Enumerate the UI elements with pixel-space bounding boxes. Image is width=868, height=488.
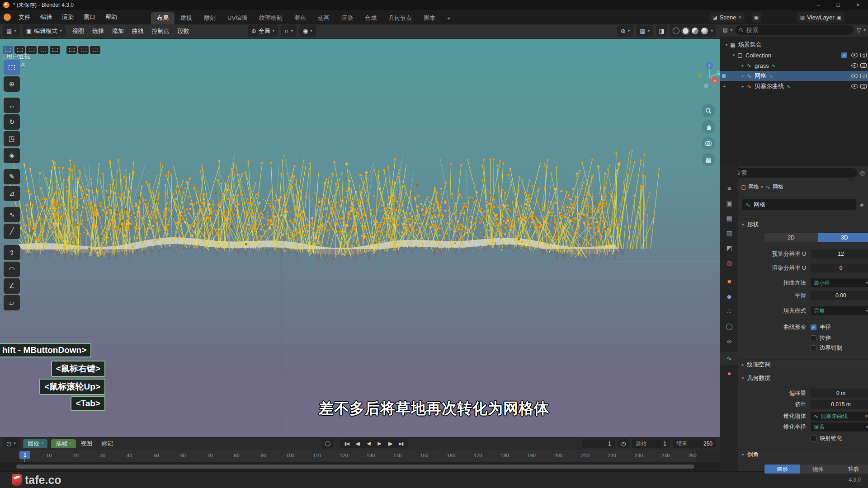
tab-world[interactable]: ◍ bbox=[720, 257, 738, 269]
tool-measure[interactable]: ⊿ bbox=[4, 186, 20, 201]
tab-output[interactable]: ▤ bbox=[720, 212, 738, 225]
map-taper-checkbox-row[interactable]: 映射锥化 bbox=[811, 435, 842, 442]
minimize-button[interactable]: – bbox=[808, 0, 828, 10]
overlays-dropdown[interactable]: ▦ ▾ bbox=[636, 25, 653, 37]
tab-compositing[interactable]: 合成 bbox=[359, 12, 382, 24]
next-keyframe-button[interactable]: ▮▶ bbox=[385, 439, 395, 448]
tool-move[interactable]: ↔ bbox=[4, 98, 20, 113]
tab-scene[interactable]: ◩ bbox=[720, 242, 738, 254]
select-mode-intersect[interactable] bbox=[50, 46, 60, 54]
eye-icon[interactable] bbox=[851, 84, 858, 89]
dim-2d-button[interactable]: 2D bbox=[764, 233, 818, 242]
camera-visibility-icon[interactable] bbox=[860, 63, 867, 68]
playhead[interactable]: 1 bbox=[19, 451, 30, 459]
eye-icon[interactable] bbox=[851, 74, 858, 78]
timeline-scrollbar[interactable] bbox=[0, 462, 720, 471]
menu-edit[interactable]: 编辑 bbox=[35, 10, 57, 24]
mode-dropdown[interactable]: ▣ 编辑模式 ▾ bbox=[23, 25, 66, 37]
select-option-c[interactable] bbox=[90, 46, 100, 54]
auto-keying-clock-button[interactable]: ◷ bbox=[618, 439, 629, 448]
tab-object-data[interactable]: ∿ bbox=[720, 352, 738, 365]
breadcrumb-object[interactable]: 网格 bbox=[748, 183, 759, 191]
bounds-clamp-checkbox-row[interactable]: 边界钳制 bbox=[811, 344, 842, 352]
axis-z-label[interactable]: Z bbox=[708, 64, 711, 68]
outliner-row-collection[interactable]: ▾ ▢ Collection ✓ bbox=[720, 50, 868, 60]
tool-draw[interactable]: ∿ bbox=[4, 207, 20, 222]
stretch-checkbox-row[interactable]: 拉伸 bbox=[811, 334, 831, 342]
select-option-b[interactable] bbox=[78, 46, 89, 54]
section-texture-space[interactable]: ▸ 纹理空间 bbox=[738, 359, 868, 369]
maximize-button[interactable]: □ bbox=[828, 0, 848, 10]
transform-orientation-dropdown[interactable]: ⊕ 全局 ▾ bbox=[248, 25, 278, 37]
breadcrumb-data[interactable]: 网格 bbox=[773, 183, 783, 191]
scene-selector[interactable]: ◪ Scene × bbox=[709, 12, 745, 23]
tab-constraints[interactable]: ∞ bbox=[720, 335, 738, 347]
tool-scale[interactable]: ◳ bbox=[4, 131, 20, 146]
tab-tool[interactable]: ≡ bbox=[720, 182, 738, 195]
timeline-ruler[interactable]: 1020304050607080901001101201301401501601… bbox=[0, 450, 720, 462]
snap-dropdown[interactable]: ∩ ▾ bbox=[281, 25, 297, 37]
shading-wireframe-button[interactable] bbox=[673, 28, 679, 34]
camera-visibility-icon[interactable] bbox=[860, 74, 867, 78]
camera-visibility-icon[interactable] bbox=[860, 84, 867, 89]
data-name-field[interactable]: ∿ 网格 bbox=[742, 199, 856, 210]
tab-uv-editing[interactable]: UV编辑 bbox=[222, 12, 253, 24]
tool-cursor[interactable]: ⊕ bbox=[4, 76, 20, 92]
tab-physics[interactable]: ◯ bbox=[720, 320, 738, 333]
outliner-row-grass[interactable]: ▸ ∿ grass ∿ bbox=[720, 61, 868, 70]
navigation-gizmo[interactable]: Z X Y bbox=[696, 61, 720, 89]
expand-icon[interactable]: ▸ bbox=[740, 63, 745, 68]
play-reverse-button[interactable]: ◀ bbox=[363, 439, 373, 448]
tool-extrude[interactable]: ⇧ bbox=[4, 245, 20, 260]
editor-type-button[interactable]: ▦ ▾ bbox=[3, 25, 20, 37]
new-viewlayer-icon[interactable]: ▣ bbox=[837, 14, 841, 20]
zoom-button[interactable] bbox=[702, 104, 715, 117]
tab-object[interactable]: ■ bbox=[720, 275, 738, 288]
axis-x-label[interactable]: X bbox=[713, 79, 716, 83]
menu-help[interactable]: 帮助 bbox=[100, 10, 122, 24]
tab-texture-paint[interactable]: 纹理绘制 bbox=[253, 12, 288, 24]
shading-rendered-button[interactable] bbox=[701, 28, 708, 34]
expand-icon[interactable]: ▸ bbox=[740, 74, 745, 78]
frame-end-field[interactable]: 结束 250 bbox=[673, 439, 716, 448]
tab-render[interactable]: ▣ bbox=[720, 197, 738, 210]
tab-scripting[interactable]: 脚本 bbox=[418, 12, 441, 24]
jump-to-end-button[interactable]: ▶▮ bbox=[396, 439, 406, 448]
pan-button[interactable] bbox=[702, 120, 715, 134]
tab-material[interactable]: ● bbox=[720, 367, 738, 380]
prev-keyframe-button[interactable]: ◀▮ bbox=[353, 439, 363, 448]
fill-mode-dropdown[interactable]: 完整 ▾ bbox=[811, 306, 868, 315]
jump-to-start-button[interactable]: ▮◀ bbox=[342, 439, 352, 448]
blender-menu-icon[interactable] bbox=[4, 14, 11, 21]
section-geometry[interactable]: ▾ 几何数据 bbox=[738, 373, 868, 383]
camera-visibility-icon[interactable] bbox=[860, 53, 867, 57]
close-button[interactable]: × bbox=[848, 0, 868, 10]
section-shape[interactable]: ▾ 形状 bbox=[738, 219, 868, 229]
bevel-round-tab[interactable]: 圆形 bbox=[764, 465, 800, 474]
play-button[interactable]: ▶ bbox=[374, 439, 384, 448]
tool-tilt[interactable]: ∠ bbox=[4, 278, 20, 294]
tool-transform[interactable]: ◈ bbox=[4, 148, 20, 163]
add-workspace-button[interactable]: + bbox=[441, 12, 457, 24]
xray-toggle[interactable]: ◨ bbox=[656, 25, 667, 37]
tab-rendering[interactable]: 渲染 bbox=[335, 12, 359, 24]
viewport-canvas[interactable]: 用户透视 (1) 网格 ⊕ ↔ ↻ ◳ ◈ ✎ ⊿ ∿ ╱ ⇧ ◠ ∠ ▱ Z … bbox=[0, 39, 720, 437]
section-bevel[interactable]: ▾ 倒角 bbox=[738, 449, 868, 459]
menu-keying[interactable]: 插帧 ▾ bbox=[51, 439, 76, 448]
select-option-a[interactable] bbox=[66, 46, 77, 54]
clear-scene-icon[interactable]: × bbox=[739, 14, 741, 20]
scrollbar-handle[interactable] bbox=[16, 465, 694, 469]
menu-curve[interactable]: 曲线 bbox=[128, 27, 148, 35]
menu-file[interactable]: 文件 bbox=[14, 10, 35, 24]
twist-method-dropdown[interactable]: 最小值 ▾ bbox=[811, 278, 868, 287]
timeline-editor-type-button[interactable]: ◷ ▾ bbox=[3, 438, 19, 449]
dim-3d-button[interactable]: 3D bbox=[818, 233, 868, 242]
radius-checkbox-row[interactable]: ✓ 半径 bbox=[811, 324, 831, 331]
menu-control-points[interactable]: 控制点 bbox=[148, 27, 174, 35]
tool-shear[interactable]: ▱ bbox=[4, 295, 20, 310]
preview-resolution-u-field[interactable]: 12 bbox=[811, 249, 868, 258]
tab-modifiers[interactable]: ◆ bbox=[720, 290, 738, 303]
tab-sculpting[interactable]: 雕刻 bbox=[198, 12, 222, 24]
menu-window[interactable]: 窗口 bbox=[79, 10, 100, 24]
tab-geometry-nodes[interactable]: 几何节点 bbox=[382, 12, 418, 24]
